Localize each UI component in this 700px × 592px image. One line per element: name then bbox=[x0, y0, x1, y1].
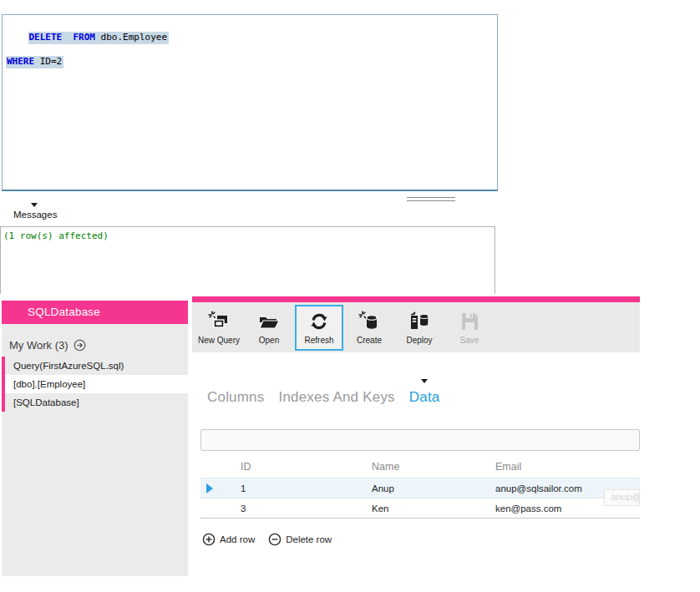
column-header-name[interactable]: Name bbox=[372, 461, 495, 473]
cell-name[interactable]: Anup bbox=[372, 483, 495, 493]
column-header-email[interactable]: Email bbox=[495, 461, 640, 473]
tab-columns[interactable]: Columns bbox=[207, 389, 264, 406]
deploy-icon bbox=[408, 311, 430, 332]
cell-drag-ghost: anup@ bbox=[604, 489, 640, 506]
go-arrow-icon[interactable] bbox=[74, 339, 86, 352]
sql-text: ID=2 bbox=[34, 56, 62, 67]
grid-row-2[interactable]: 3 Ken ken@pass.com bbox=[200, 498, 640, 519]
open-folder-icon bbox=[258, 311, 280, 332]
my-work-list: Query(FirstAzureSQL.sql) [dbo].[Employee… bbox=[2, 357, 188, 412]
my-work-section[interactable]: My Work (3) bbox=[9, 339, 86, 352]
sidebar-item-database[interactable]: [SQLDatabase] bbox=[5, 393, 188, 412]
pane-splitter-handle[interactable] bbox=[407, 197, 455, 201]
sql-keyword: DELETE bbox=[29, 32, 63, 43]
add-row-button[interactable]: Add row bbox=[202, 533, 255, 546]
cell-id[interactable]: 3 bbox=[241, 503, 372, 514]
sidebar-title: SQLDatabase bbox=[2, 301, 188, 324]
sql-line-2: WHERE ID=2 bbox=[6, 56, 63, 68]
sidebar-item-employee-table[interactable]: [dbo].[Employee] bbox=[5, 375, 188, 393]
open-button[interactable]: Open bbox=[245, 305, 293, 351]
column-header-id[interactable]: ID bbox=[241, 461, 372, 473]
grid-row-1[interactable]: 1 Anup anup@sqlsailor.com bbox=[200, 478, 640, 498]
save-button: Save bbox=[445, 305, 494, 351]
cell-id[interactable]: 1 bbox=[241, 483, 372, 493]
cell-name[interactable]: Ken bbox=[372, 503, 495, 514]
grid-filter-input[interactable] bbox=[200, 429, 640, 451]
messages-output-panel: (1 row(s) affected) bbox=[0, 226, 495, 294]
row-actions: Add row Delete row bbox=[202, 533, 332, 546]
create-button[interactable]: Create bbox=[345, 305, 393, 351]
deploy-button[interactable]: Deploy bbox=[395, 305, 444, 351]
sidebar: SQLDatabase My Work (3) Query(FirstAzure… bbox=[2, 301, 188, 576]
sidebar-item-query[interactable]: Query(FirstAzureSQL.sql) bbox=[5, 357, 188, 375]
save-icon bbox=[459, 311, 480, 332]
accent-bar bbox=[192, 296, 640, 302]
tab-caret-icon bbox=[421, 379, 428, 383]
new-query-button[interactable]: New Query bbox=[195, 305, 243, 351]
delete-row-button[interactable]: Delete row bbox=[268, 533, 332, 546]
sql-keyword: FROM bbox=[74, 32, 96, 43]
toolbar: New Query Open Refresh bbox=[192, 302, 640, 352]
data-grid: ID Name Email 1 Anup anup@sqlsailor.com … bbox=[200, 456, 640, 519]
refresh-icon bbox=[308, 311, 330, 332]
main-panel: New Query Open Refresh bbox=[192, 296, 640, 576]
sql-query-editor[interactable]: DELETE FROM dbo.Employee WHERE ID=2 bbox=[2, 14, 498, 191]
messages-collapse-icon[interactable] bbox=[31, 203, 38, 207]
current-row-pointer-icon bbox=[206, 483, 213, 493]
add-circle-icon bbox=[202, 533, 216, 546]
sql-text: dbo.Employee bbox=[95, 32, 167, 43]
tab-strip: Columns Indexes And Keys Data bbox=[207, 389, 440, 406]
delete-circle-icon bbox=[268, 533, 282, 546]
tab-indexes-and-keys[interactable]: Indexes And Keys bbox=[278, 389, 394, 406]
sql-keyword: WHERE bbox=[7, 56, 34, 67]
refresh-button[interactable]: Refresh bbox=[295, 305, 343, 351]
my-work-label: My Work (3) bbox=[9, 339, 68, 352]
sql-line-1: DELETE FROM dbo.Employee bbox=[28, 32, 170, 44]
new-query-icon bbox=[208, 311, 230, 332]
app-canvas: DELETE FROM dbo.Employee WHERE ID=2 Mess… bbox=[0, 0, 700, 592]
grid-header-row: ID Name Email bbox=[200, 456, 640, 478]
create-database-icon bbox=[358, 311, 380, 332]
messages-output-text: (1 row(s) affected) bbox=[3, 230, 109, 241]
tab-data[interactable]: Data bbox=[409, 389, 440, 406]
messages-pane-label[interactable]: Messages bbox=[13, 210, 57, 220]
